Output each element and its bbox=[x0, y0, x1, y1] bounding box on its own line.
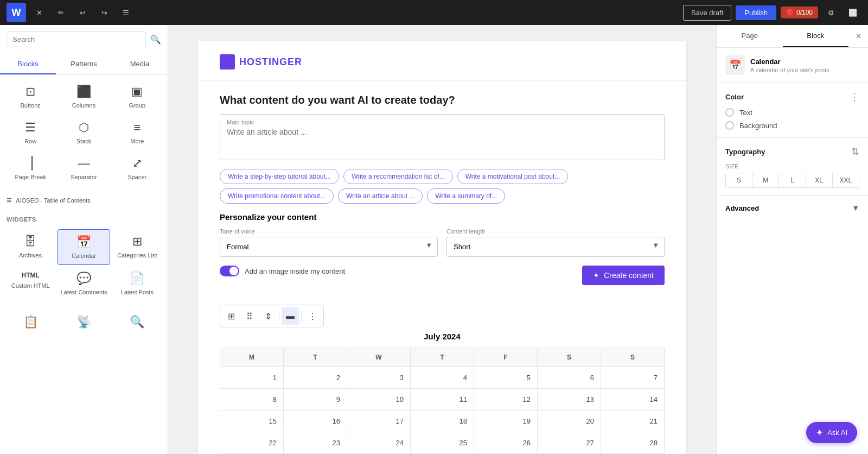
length-select[interactable]: Short Medium Long bbox=[446, 237, 665, 257]
search-input[interactable] bbox=[7, 31, 146, 47]
calendar-body: 1234567891011121314151617181920212223242… bbox=[220, 367, 665, 455]
main-content: HOSTINGER What content do you want AI to… bbox=[168, 25, 716, 454]
color-option-background[interactable]: Background bbox=[725, 121, 859, 130]
settings-icon[interactable]: ⚙ bbox=[822, 4, 840, 21]
block-item-more[interactable]: ≡ More bbox=[111, 115, 163, 150]
block-toolbar: ⊞ ⠿ ⇕ ▬ ⋮ bbox=[220, 305, 324, 327]
toolbar-more-btn[interactable]: ⋮ bbox=[304, 307, 321, 325]
calendar-cell: 25 bbox=[411, 432, 474, 454]
close-icon[interactable]: ✕ bbox=[30, 4, 48, 21]
latestcomments-icon: 💬 bbox=[76, 272, 91, 286]
wp-logo[interactable]: W bbox=[7, 3, 26, 22]
advanced-section-header[interactable]: Advanced ▼ bbox=[717, 196, 868, 220]
calendar-cell: 7 bbox=[601, 367, 665, 389]
create-content-button[interactable]: ✦ Create content bbox=[582, 266, 665, 285]
redo-icon[interactable]: ↪ bbox=[95, 4, 113, 21]
block-item-columns[interactable]: ⬛ Columns bbox=[58, 79, 110, 114]
block-item-calendar[interactable]: 📅 Calendar bbox=[58, 229, 110, 265]
block-item-latestcomments[interactable]: 💬 Latest Comments bbox=[58, 266, 110, 301]
block-item-categories[interactable]: ⊞ Categories List bbox=[111, 229, 163, 265]
toolbar-align-btn[interactable]: ▬ bbox=[282, 307, 299, 325]
cal-header-s1: S bbox=[538, 348, 601, 367]
block-item-spacer[interactable]: ⤢ Spacer bbox=[111, 151, 163, 186]
block-item-row[interactable]: ☰ Row bbox=[4, 115, 56, 150]
aioseo-icon: ≡ bbox=[7, 196, 11, 205]
calendar-week-row: 15161718192021 bbox=[220, 411, 665, 432]
ai-textarea-wrapper: Main topic bbox=[220, 114, 665, 160]
view-icon[interactable]: ⬜ bbox=[844, 4, 861, 21]
block-item-pagebreak[interactable]: ⎟ Page Break bbox=[4, 151, 56, 186]
size-btn-m[interactable]: M bbox=[752, 173, 779, 187]
latestposts-icon: 📄 bbox=[130, 272, 144, 286]
close-panel-button[interactable]: ✕ bbox=[848, 25, 868, 47]
undo-icon[interactable]: ↩ bbox=[74, 4, 91, 21]
widgets-section-label: WIDGETS bbox=[0, 211, 168, 225]
size-btn-xl[interactable]: XL bbox=[806, 173, 833, 187]
calendar-cell: 22 bbox=[220, 432, 284, 454]
ask-ai-fab[interactable]: ✦ Ask AI bbox=[806, 422, 857, 443]
tab-blocks[interactable]: Blocks bbox=[0, 54, 56, 74]
edit-icon[interactable]: ✏ bbox=[52, 4, 69, 21]
rss-icon: 📡 bbox=[76, 315, 91, 329]
size-btn-xxl[interactable]: XXL bbox=[833, 173, 859, 187]
calendar-table: M T W T F S S 12345678910111213141516171… bbox=[220, 348, 665, 454]
typography-section-title: Typography bbox=[725, 148, 765, 156]
stack-icon: ⬡ bbox=[79, 121, 89, 135]
typography-section: Typography ⇅ SIZE S M L XL XXL bbox=[717, 138, 868, 196]
sparkle-icon: ✦ bbox=[593, 271, 599, 280]
selects-row: Tone of voice Formal Casual Friendly ▼ C… bbox=[220, 228, 665, 257]
size-buttons: S M L XL XXL bbox=[725, 173, 859, 188]
tab-page[interactable]: Page bbox=[717, 25, 783, 47]
length-select-wrapper: Content length Short Medium Long ▼ bbox=[446, 228, 665, 257]
image-toggle[interactable] bbox=[220, 266, 239, 276]
tone-select[interactable]: Formal Casual Friendly bbox=[220, 237, 438, 257]
publish-button[interactable]: Publish bbox=[736, 5, 776, 20]
toolbar-grid-btn[interactable]: ⊞ bbox=[222, 307, 240, 325]
block-item-page[interactable]: 📋 bbox=[4, 310, 56, 335]
score-badge[interactable]: 🔴 0/100 bbox=[781, 7, 818, 18]
suggestion-btn-0[interactable]: Write a step-by-step tutorial about... bbox=[220, 169, 339, 184]
search-icon: 🔍 bbox=[150, 34, 161, 45]
block-item-search[interactable]: 🔍 bbox=[111, 310, 163, 335]
tab-block[interactable]: Block bbox=[783, 25, 849, 47]
columns-icon: ⬛ bbox=[76, 85, 91, 99]
suggestion-btn-4[interactable]: Write an article about ... bbox=[338, 188, 423, 204]
calendar-cell: 13 bbox=[538, 389, 601, 411]
search-bar: 🔍 bbox=[0, 25, 168, 54]
tab-media[interactable]: Media bbox=[112, 54, 168, 74]
toolbar-dots-btn[interactable]: ⠿ bbox=[241, 307, 258, 325]
calendar-cell: 9 bbox=[284, 389, 347, 411]
suggestion-btn-1[interactable]: Write a recommendation list of... bbox=[343, 169, 453, 184]
suggestion-btn-5[interactable]: Write a summary of... bbox=[427, 188, 505, 204]
color-more-button[interactable]: ⋮ bbox=[850, 91, 859, 103]
personalize-title: Personalize your content bbox=[220, 212, 665, 222]
calendar-cell: 10 bbox=[347, 389, 411, 411]
calendar-cell: 16 bbox=[284, 411, 347, 432]
menu-icon[interactable]: ☰ bbox=[117, 4, 135, 21]
customhtml-icon: HTML bbox=[22, 272, 40, 279]
calendar-cell: 6 bbox=[538, 367, 601, 389]
suggestion-btn-3[interactable]: Write promotional content about... bbox=[220, 188, 334, 204]
block-item-buttons[interactable]: ⊡ Buttons bbox=[4, 79, 56, 114]
block-item-rss[interactable]: 📡 bbox=[58, 310, 110, 335]
size-btn-l[interactable]: L bbox=[779, 173, 806, 187]
block-item-stack[interactable]: ⬡ Stack bbox=[58, 115, 110, 150]
tab-patterns[interactable]: Patterns bbox=[56, 54, 112, 74]
block-item-latestposts[interactable]: 📄 Latest Posts bbox=[111, 266, 163, 301]
advanced-title: Advanced bbox=[725, 204, 759, 212]
color-option-text[interactable]: Text bbox=[725, 108, 859, 117]
toolbar-arrows-btn[interactable]: ⇕ bbox=[259, 307, 277, 325]
typography-more-button[interactable]: ⇅ bbox=[851, 146, 859, 157]
ai-textarea[interactable] bbox=[220, 125, 664, 158]
block-item-customhtml[interactable]: HTML Custom HTML bbox=[4, 266, 56, 301]
size-btn-s[interactable]: S bbox=[726, 173, 752, 187]
block-item-aioseo[interactable]: ≡ AIOSEO - Table of Contents bbox=[0, 190, 168, 211]
save-draft-button[interactable]: Save draft bbox=[683, 5, 731, 21]
suggestion-btn-2[interactable]: Write a motivational post about... bbox=[457, 169, 569, 184]
block-item-group[interactable]: ▣ Group bbox=[111, 79, 163, 114]
size-label: SIZE bbox=[725, 163, 859, 169]
block-item-archives[interactable]: 🗄 Archives bbox=[4, 229, 56, 265]
block-item-separator[interactable]: — Separator bbox=[58, 151, 110, 186]
calendar-week-row: 1234567 bbox=[220, 367, 665, 389]
calendar-cell: 11 bbox=[411, 389, 474, 411]
